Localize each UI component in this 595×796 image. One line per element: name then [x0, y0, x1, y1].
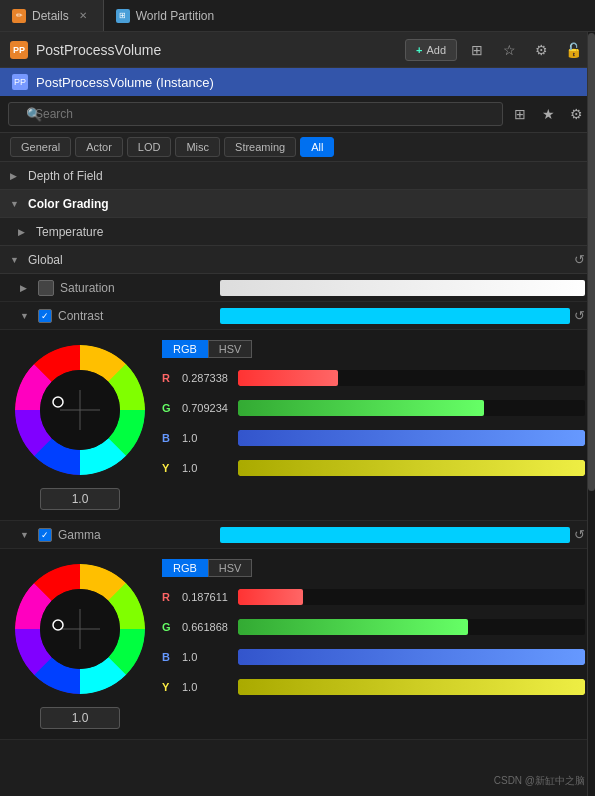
gamma-row: Gamma ↺: [0, 521, 595, 549]
gamma-r-row: R 0.187611: [162, 585, 585, 609]
saturation-text: Saturation: [60, 281, 115, 295]
search-input[interactable]: [8, 102, 503, 126]
world-partition-tab-icon: ⊞: [116, 9, 130, 23]
ppv-icon: PP: [10, 41, 28, 59]
contrast-label: Contrast: [20, 309, 220, 323]
gamma-hsv-tab[interactable]: HSV: [208, 559, 253, 577]
gamma-g-bar[interactable]: [238, 619, 585, 635]
scrollbar-thumb[interactable]: [588, 33, 595, 491]
global-chevron: [10, 254, 22, 265]
contrast-checkbox[interactable]: [38, 309, 52, 323]
filter-tab-all[interactable]: All: [300, 137, 334, 157]
contrast-undo-icon[interactable]: ↺: [574, 308, 585, 323]
contrast-g-bar[interactable]: [238, 400, 585, 416]
gamma-y-label: Y: [162, 681, 176, 693]
contrast-r-label: R: [162, 372, 176, 384]
filter-tab-streaming[interactable]: Streaming: [224, 137, 296, 157]
gamma-r-bar[interactable]: [238, 589, 585, 605]
gamma-r-value: 0.187611: [182, 591, 232, 603]
saturation-chevron[interactable]: [20, 282, 32, 293]
saturation-bar[interactable]: [220, 280, 585, 296]
settings-icon[interactable]: ⚙: [529, 38, 553, 62]
contrast-g-fill: [238, 400, 484, 416]
instance-bar: PP PostProcessVolume (Instance): [0, 68, 595, 96]
saturation-color-swatch[interactable]: [38, 280, 54, 296]
contrast-rgb-tab[interactable]: RGB: [162, 340, 208, 358]
filter-tab-actor[interactable]: Actor: [75, 137, 123, 157]
gamma-chevron[interactable]: [20, 529, 32, 540]
depth-of-field-title: Depth of Field: [28, 169, 103, 183]
lock-icon[interactable]: 🔓: [561, 38, 585, 62]
color-grading-title: Color Grading: [28, 197, 109, 211]
tab-bar: ✏ Details ✕ ⊞ World Partition: [0, 0, 595, 32]
gamma-b-fill: [238, 649, 585, 665]
saturation-label: Saturation: [20, 280, 220, 296]
contrast-chevron[interactable]: [20, 310, 32, 321]
tab-world-partition-label: World Partition: [136, 9, 214, 23]
tab-world-partition[interactable]: ⊞ World Partition: [104, 0, 226, 31]
filter-tab-misc[interactable]: Misc: [175, 137, 220, 157]
contrast-r-value: 0.287338: [182, 372, 232, 384]
contrast-y-label: Y: [162, 462, 176, 474]
gamma-b-bar[interactable]: [238, 649, 585, 665]
gamma-bar[interactable]: [220, 527, 570, 543]
grid-view-icon[interactable]: ⊞: [509, 103, 531, 125]
global-undo-icon[interactable]: ↺: [574, 252, 585, 267]
gamma-wheel-value-input[interactable]: 1.0: [40, 707, 120, 729]
depth-of-field-section[interactable]: Depth of Field: [0, 162, 595, 190]
saturation-row: Saturation: [0, 274, 595, 302]
contrast-g-row: G 0.709234: [162, 396, 585, 420]
gamma-color-wheel[interactable]: [10, 559, 150, 699]
contrast-rgb-hsv-tabs: RGB HSV: [162, 340, 585, 358]
plus-icon: +: [416, 44, 422, 56]
search-actions: ⊞ ★ ⚙: [509, 103, 587, 125]
gamma-b-row: B 1.0: [162, 645, 585, 669]
gamma-wheel-left: 1.0: [10, 559, 150, 729]
tab-details[interactable]: ✏ Details ✕: [0, 0, 104, 31]
global-section-header[interactable]: Global ↺: [0, 246, 595, 274]
contrast-r-bar[interactable]: [238, 370, 585, 386]
contrast-wheel-right: RGB HSV R 0.287338 G 0.709234: [162, 340, 585, 510]
gamma-undo-icon[interactable]: ↺: [574, 527, 585, 542]
star-icon[interactable]: ★: [537, 103, 559, 125]
header-icons: ⊞ ☆ ⚙ 🔓: [465, 38, 585, 62]
temperature-section[interactable]: Temperature: [0, 218, 595, 246]
contrast-color-wheel[interactable]: [10, 340, 150, 480]
gamma-g-fill: [238, 619, 468, 635]
contrast-b-label: B: [162, 432, 176, 444]
contrast-wheel-left: 1.0: [10, 340, 150, 510]
tab-details-close[interactable]: ✕: [75, 8, 91, 23]
add-button[interactable]: + Add: [405, 39, 457, 61]
contrast-bar[interactable]: [220, 308, 570, 324]
contrast-b-value: 1.0: [182, 432, 232, 444]
color-grading-chevron: [10, 198, 22, 209]
gamma-g-row: G 0.661868: [162, 615, 585, 639]
gamma-b-value: 1.0: [182, 651, 232, 663]
filter-tab-general[interactable]: General: [10, 137, 71, 157]
gamma-b-label: B: [162, 651, 176, 663]
gamma-y-value: 1.0: [182, 681, 232, 693]
gamma-y-bar[interactable]: [238, 679, 585, 695]
contrast-row: Contrast ↺: [0, 302, 595, 330]
contrast-y-bar[interactable]: [238, 460, 585, 476]
layout-icon[interactable]: ⊞: [465, 38, 489, 62]
contrast-y-fill: [238, 460, 585, 476]
gamma-label: Gamma: [20, 528, 220, 542]
filter-tab-lod[interactable]: LOD: [127, 137, 172, 157]
tab-details-label: Details: [32, 9, 69, 23]
gamma-r-label: R: [162, 591, 176, 603]
temperature-title: Temperature: [36, 225, 103, 239]
gamma-wheel-section: 1.0 RGB HSV R 0.187611 G 0.6: [0, 549, 595, 740]
instance-icon: PP: [12, 74, 28, 90]
contrast-wheel-value-input[interactable]: 1.0: [40, 488, 120, 510]
contrast-hsv-tab[interactable]: HSV: [208, 340, 253, 358]
global-title: Global: [28, 253, 63, 267]
bookmark-icon[interactable]: ☆: [497, 38, 521, 62]
color-grading-section[interactable]: Color Grading: [0, 190, 595, 218]
settings-search-icon[interactable]: ⚙: [565, 103, 587, 125]
contrast-b-bar[interactable]: [238, 430, 585, 446]
contrast-g-label: G: [162, 402, 176, 414]
gamma-rgb-tab[interactable]: RGB: [162, 559, 208, 577]
gamma-checkbox[interactable]: [38, 528, 52, 542]
add-label: Add: [426, 44, 446, 56]
